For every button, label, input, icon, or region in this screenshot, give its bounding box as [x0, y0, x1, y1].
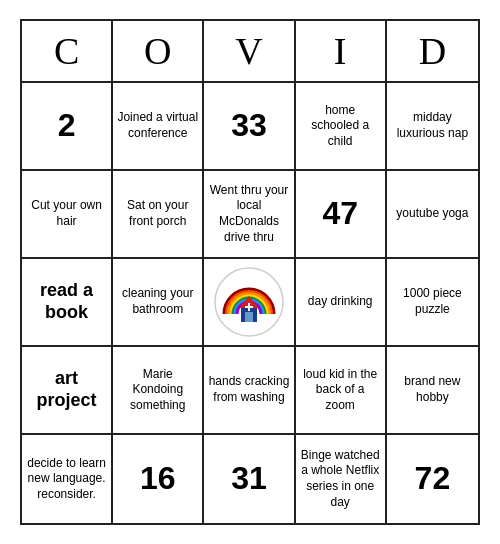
header-i: I [296, 21, 387, 81]
cell-r0c0: 2 [22, 83, 113, 171]
svg-rect-3 [245, 312, 253, 322]
header-d: D [387, 21, 478, 81]
cell-r3c1: Marie Kondoing something [113, 347, 204, 435]
cell-r2c0: read a book [22, 259, 113, 347]
cell-r3c4: brand new hobby [387, 347, 478, 435]
cell-r2c4: 1000 piece puzzle [387, 259, 478, 347]
cell-r4c2: 31 [204, 435, 295, 523]
cell-r1c0: Cut your own hair [22, 171, 113, 259]
svg-rect-5 [245, 306, 253, 308]
free-space-icon [213, 266, 285, 338]
cell-r3c2: hands cracking from washing [204, 347, 295, 435]
cell-r0c2: 33 [204, 83, 295, 171]
cell-r2c1: cleaning your bathroom [113, 259, 204, 347]
header-v: V [204, 21, 295, 81]
cell-r0c3: home schooled a child [296, 83, 387, 171]
cell-r0c4: midday luxurious nap [387, 83, 478, 171]
cell-r0c1: Joined a virtual conference [113, 83, 204, 171]
cell-r4c0: decide to learn new language. reconsider… [22, 435, 113, 523]
bingo-grid: 2 Joined a virtual conference 33 home sc… [22, 83, 478, 523]
bingo-header: C O V I D [22, 21, 478, 83]
cell-r3c0: art project [22, 347, 113, 435]
cell-r2c2-free [204, 259, 295, 347]
cell-r4c1: 16 [113, 435, 204, 523]
header-c: C [22, 21, 113, 81]
cell-r1c1: Sat on your front porch [113, 171, 204, 259]
header-o: O [113, 21, 204, 81]
cell-r2c3: day drinking [296, 259, 387, 347]
cell-r4c4: 72 [387, 435, 478, 523]
cell-r3c3: loud kid in the back of a zoom [296, 347, 387, 435]
cell-r4c3: Binge watched a whole Netflix series in … [296, 435, 387, 523]
bingo-card: C O V I D 2 Joined a virtual conference … [20, 19, 480, 525]
cell-r1c3: 47 [296, 171, 387, 259]
cell-r1c4: youtube yoga [387, 171, 478, 259]
cell-r1c2: Went thru your local McDonalds drive thr… [204, 171, 295, 259]
